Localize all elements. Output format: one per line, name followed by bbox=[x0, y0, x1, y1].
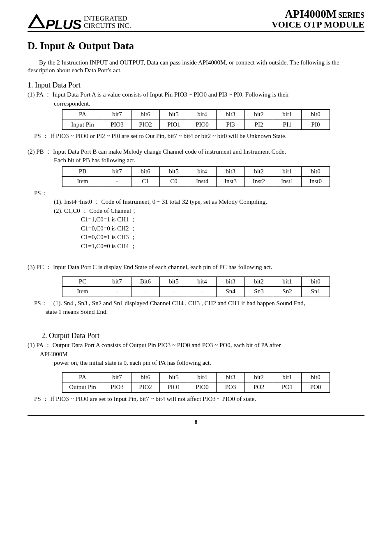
pa-ps: PS ： If PIO3 ~ PIO0 or PI2 ~ PI0 are set… bbox=[34, 132, 364, 140]
cell: - bbox=[188, 287, 217, 297]
cell: PIO1 bbox=[160, 382, 188, 393]
cell: Sn4 bbox=[217, 287, 245, 297]
cell: bit4 bbox=[188, 276, 217, 287]
cell: bit4 bbox=[188, 372, 217, 382]
logo-sub-line2: CIRCUITS INC. bbox=[84, 22, 131, 30]
cell: bit7 bbox=[103, 110, 131, 120]
cell: bit1 bbox=[273, 276, 302, 287]
cell: Sn2 bbox=[273, 287, 302, 297]
cell: PI2 bbox=[245, 120, 273, 130]
table-row: Item - C1 C0 Inst4 Inst3 Inst2 Inst1 Ins… bbox=[62, 177, 330, 187]
cell: PI0 bbox=[302, 120, 330, 130]
pb-ps1: (1). Inst4~Inst0 ： Code of Instrument, 0… bbox=[54, 198, 364, 206]
cell: bit5 bbox=[160, 110, 188, 120]
cell: PIO0 bbox=[188, 382, 217, 393]
output-subhead: 2. Output Data Port bbox=[42, 331, 364, 341]
cell: bit6 bbox=[131, 110, 160, 120]
page-number: 8 bbox=[195, 419, 198, 425]
cell: bit2 bbox=[245, 372, 273, 382]
cell: - bbox=[131, 287, 160, 297]
pa-output-table: PA bit7 bit6 bit5 bit4 bit3 bit2 bit1 bi… bbox=[62, 372, 330, 393]
page-footer: 8 bbox=[28, 415, 364, 426]
cell: PIO2 bbox=[131, 382, 160, 393]
pa-line1: (1) PA ： Input Data Port A is a value co… bbox=[28, 91, 364, 99]
table-row: Output Pin PIO3 PIO2 PIO1 PIO0 PO3 PO2 P… bbox=[62, 382, 330, 393]
out-pa-line2: API4000M bbox=[40, 350, 364, 359]
cell: bit0 bbox=[302, 110, 330, 120]
cell: bit1 bbox=[273, 372, 302, 382]
cell: bit7 bbox=[103, 276, 131, 287]
cell: Item bbox=[62, 177, 103, 187]
cell: PIO3 bbox=[103, 382, 131, 393]
ch-line: C1=0,C0=0 is CH2 ； bbox=[81, 225, 364, 233]
cell: Sn1 bbox=[302, 287, 330, 297]
cell: PO2 bbox=[245, 382, 273, 393]
table-row: PA bit7 bit6 bit5 bit4 bit3 bit2 bit1 bi… bbox=[62, 110, 330, 120]
pb-input-table: PB bit7 bit6 bit5 bit4 bit3 bit2 bit1 bi… bbox=[62, 166, 330, 187]
logo-text: PLUS bbox=[46, 19, 81, 30]
pa-line2: correspondent. bbox=[54, 100, 364, 108]
cell: bit0 bbox=[302, 372, 330, 382]
ch-line: C1=1,C0=0 is CH4 ； bbox=[81, 242, 364, 251]
cell: bit3 bbox=[217, 110, 245, 120]
cell: Inst2 bbox=[245, 177, 273, 187]
title-series: SERIES bbox=[338, 11, 364, 19]
logo-sub-line1: INTEGRATED bbox=[84, 14, 127, 22]
cell: PB bbox=[62, 166, 103, 177]
cell: Inst4 bbox=[188, 177, 217, 187]
cell: PO1 bbox=[273, 382, 302, 393]
cell: bit6 bbox=[131, 372, 160, 382]
cell: Sn3 bbox=[245, 287, 273, 297]
cell: Inst0 bbox=[302, 177, 330, 187]
logo-block: PLUS INTEGRATED CIRCUITS INC. bbox=[28, 12, 131, 30]
cell: bit3 bbox=[217, 276, 245, 287]
cell: C0 bbox=[160, 177, 188, 187]
cell: bit4 bbox=[188, 166, 217, 177]
cell: bit7 bbox=[103, 372, 131, 382]
pb-ps-label: PS： bbox=[34, 189, 364, 198]
out-pa-line3: power on, the initial state is 0, each p… bbox=[54, 359, 364, 367]
cell: PC bbox=[62, 276, 103, 287]
table-row: Input Pin PIO3 PIO2 PIO1 PIO0 PI3 PI2 PI… bbox=[62, 120, 330, 130]
logo-subtitle: INTEGRATED CIRCUITS INC. bbox=[84, 15, 131, 30]
cell: bit2 bbox=[245, 166, 273, 177]
cell: PIO3 bbox=[103, 120, 131, 130]
cell: bit3 bbox=[217, 166, 245, 177]
cell: PI3 bbox=[217, 120, 245, 130]
cell: Bit6 bbox=[131, 276, 160, 287]
cell: bit0 bbox=[302, 276, 330, 287]
cell: bit7 bbox=[103, 166, 131, 177]
title-main: API4000M bbox=[285, 8, 337, 20]
cell: PO0 bbox=[302, 382, 330, 393]
cell: Item bbox=[62, 287, 103, 297]
input-subhead: 1. Input Data Port bbox=[28, 81, 364, 90]
cell: PO3 bbox=[217, 382, 245, 393]
page-header: PLUS INTEGRATED CIRCUITS INC. API4000M S… bbox=[28, 8, 364, 32]
cell: bit5 bbox=[160, 166, 188, 177]
cell: - bbox=[160, 287, 188, 297]
cell: PA bbox=[62, 110, 103, 120]
logo-icon bbox=[28, 12, 46, 30]
cell: bit5 bbox=[160, 276, 188, 287]
pc-line: (3) PC ： Input Data Port C is display En… bbox=[28, 263, 364, 272]
cell: PA bbox=[62, 372, 103, 382]
pc-ps-label: PS： bbox=[34, 300, 47, 306]
section-intro: By the 2 Instruction INPUT and OUTPUT, D… bbox=[28, 59, 364, 75]
table-row: PB bit7 bit6 bit5 bit4 bit3 bit2 bit1 bi… bbox=[62, 166, 330, 177]
pa-input-table: PA bit7 bit6 bit5 bit4 bit3 bit2 bit1 bi… bbox=[62, 109, 330, 130]
section-title: D. Input & Output Data bbox=[28, 39, 364, 53]
ch-line: C1=0,C0=1 is CH3 ； bbox=[81, 233, 364, 242]
table-row: PA bit7 bit6 bit5 bit4 bit3 bit2 bit1 bi… bbox=[62, 372, 330, 382]
pb-ps2: (2). C1,C0 ： Code of Channel； bbox=[54, 207, 364, 215]
cell: PIO0 bbox=[188, 120, 217, 130]
cell: Inst3 bbox=[217, 177, 245, 187]
title-sub: VOICE OTP MODULE bbox=[272, 20, 364, 29]
cell: Input Pin bbox=[62, 120, 103, 130]
cell: Inst1 bbox=[273, 177, 302, 187]
cell: C1 bbox=[131, 177, 160, 187]
pb-line2: Each bit of PB has following act. bbox=[54, 157, 364, 165]
cell: PIO2 bbox=[131, 120, 160, 130]
pc-ps1: (1). Sn4 , Sn3 , Sn2 and Sn1 displayed C… bbox=[53, 300, 305, 306]
cell: bit2 bbox=[245, 110, 273, 120]
pc-input-table: PC bit7 Bit6 bit5 bit4 bit3 bit2 bit1 bi… bbox=[62, 276, 330, 297]
